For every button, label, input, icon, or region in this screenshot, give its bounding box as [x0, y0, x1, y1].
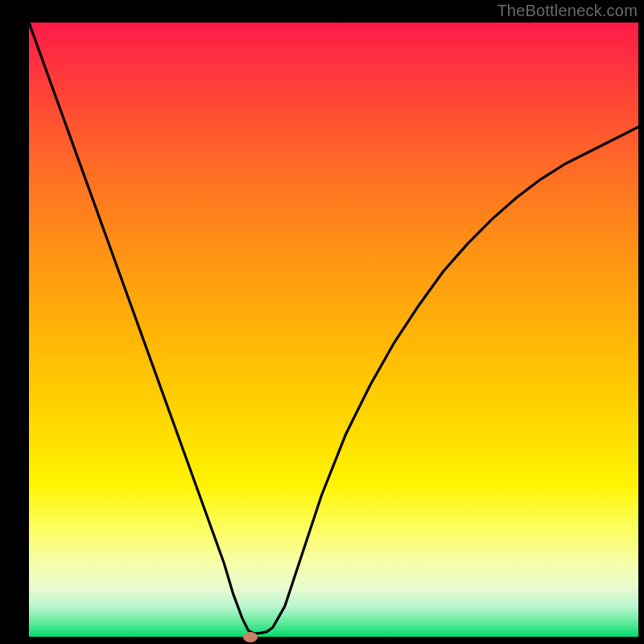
chart-frame: TheBottleneck.com [0, 0, 644, 644]
watermark-text: TheBottleneck.com [497, 2, 638, 20]
optimal-point-marker [243, 632, 258, 642]
plot-background-gradient [29, 23, 638, 637]
